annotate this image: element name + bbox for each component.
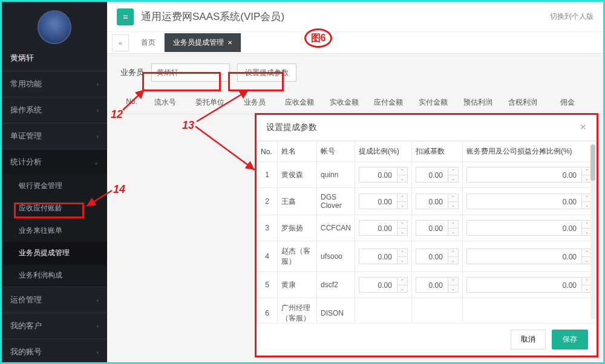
spinner-value[interactable]: 0.00 (466, 167, 581, 183)
spinner-up-icon[interactable]: ⌃ (397, 167, 408, 175)
col-serial: 流水号 (143, 91, 188, 114)
tab-home[interactable]: 首页 (132, 33, 165, 52)
cell-name: 王鑫 (278, 188, 317, 215)
cell-base: 0.00⌃⌄ (411, 272, 462, 298)
spinner-value[interactable]: 0.00 (359, 277, 397, 293)
spinner-up-icon[interactable]: ⌃ (448, 220, 459, 228)
spinner-up-icon[interactable]: ⌃ (448, 249, 459, 256)
submenu-biz-ledger[interactable]: 业务来往账单 (2, 219, 107, 242)
table-row: 1黄俊森quinn0.00⌃⌄0.00⌃⌄0.00⌃⌄ (257, 162, 597, 188)
chevron-left-icon: ‹ (97, 297, 99, 304)
spinner-down-icon[interactable]: ⌄ (448, 285, 459, 293)
avatar-section (2, 2, 107, 49)
cell-account: DISON (317, 298, 355, 323)
number-spinner[interactable]: 0.00⌃⌄ (359, 167, 408, 183)
spinner-value[interactable]: 0.00 (416, 249, 448, 264)
number-spinner[interactable]: 0.00⌃⌄ (359, 277, 408, 293)
number-spinner[interactable]: 0.00⌃⌄ (466, 277, 592, 293)
app-frame: 黄炳轩 常用功能‹ 操作系统‹ 单证管理‹ 统计分析⌄ 银行资金管理 应收应付账… (0, 0, 605, 364)
spinner-up-icon[interactable]: ⌃ (448, 277, 459, 285)
number-spinner[interactable]: 0.00⌃⌄ (466, 220, 592, 236)
spinner-value[interactable]: 0.00 (359, 193, 397, 209)
spinner-down-icon[interactable]: ⌄ (448, 228, 459, 236)
submenu-commission[interactable]: 业务员提成管理 (2, 242, 107, 264)
menu-customers[interactable]: 我的客户‹ (2, 313, 107, 339)
sidebar-toggle-button[interactable]: ≡ (117, 8, 134, 25)
number-spinner[interactable]: 0.00⌃⌄ (359, 193, 408, 209)
col-received: 实收金额 (322, 91, 367, 114)
number-spinner[interactable]: 0.00⌃⌄ (416, 193, 459, 209)
save-button[interactable]: 保存 (552, 330, 588, 349)
spinner-up-icon[interactable]: ⌃ (397, 193, 408, 201)
number-spinner[interactable]: 0.00⌃⌄ (359, 220, 408, 236)
cell-ratio (355, 298, 412, 323)
table-row: 6广州经理（客服）DISON (257, 298, 597, 323)
cell-account: ufsooo (317, 241, 355, 272)
spinner-down-icon[interactable]: ⌄ (397, 228, 408, 236)
spinner-value[interactable]: 0.00 (416, 167, 448, 183)
table-row: 2王鑫DGS Clover0.00⌃⌄0.00⌃⌄0.00⌃⌄ (257, 188, 597, 215)
number-spinner[interactable]: 0.00⌃⌄ (416, 277, 459, 293)
spinner-down-icon[interactable]: ⌄ (448, 175, 459, 183)
spinner-value[interactable]: 0.00 (466, 277, 581, 293)
spinner-down-icon[interactable]: ⌄ (448, 201, 459, 209)
spinner-value[interactable]: 0.00 (359, 249, 397, 264)
spinner-value[interactable]: 0.00 (416, 277, 448, 293)
menu-account[interactable]: 我的账号‹ (2, 339, 107, 364)
tab-prev-button[interactable]: « (112, 34, 129, 51)
spinner-up-icon[interactable]: ⌃ (397, 220, 408, 228)
submenu-profit[interactable]: 业务利润构成 (2, 264, 107, 287)
spinner-value[interactable]: 0.00 (416, 193, 448, 209)
modal-close-button[interactable]: ✕ (580, 122, 587, 133)
spinner-down-icon[interactable]: ⌄ (397, 201, 408, 209)
number-spinner[interactable]: 0.00⌃⌄ (466, 167, 592, 183)
setup-commission-button[interactable]: 设置提成参数 (237, 63, 296, 82)
col-payable: 应付金额 (366, 91, 411, 114)
menu-stats[interactable]: 统计分析⌄ (2, 149, 107, 175)
menu-ops[interactable]: 操作系统‹ (2, 97, 107, 123)
spinner-down-icon[interactable]: ⌄ (397, 256, 408, 264)
number-spinner[interactable]: 0.00⌃⌄ (359, 249, 408, 264)
number-spinner[interactable]: 0.00⌃⌄ (466, 193, 592, 209)
avatar[interactable] (38, 10, 71, 44)
mcol-name: 姓名 (278, 141, 317, 162)
spinner-up-icon[interactable]: ⌃ (448, 193, 459, 201)
spinner-value[interactable]: 0.00 (466, 249, 581, 264)
toolbar: 业务员 黄炳轩 ⌄ 设置提成参数 (107, 54, 603, 91)
spinner-value[interactable]: 0.00 (416, 220, 448, 236)
menu-docs[interactable]: 单证管理‹ (2, 123, 107, 149)
cancel-button[interactable]: 取消 (511, 330, 546, 349)
tab-close-icon[interactable]: ✕ (227, 39, 232, 46)
number-spinner[interactable]: 0.00⌃⌄ (416, 249, 459, 264)
number-spinner[interactable]: 0.00⌃⌄ (466, 249, 592, 264)
submenu-aging[interactable]: 应收应付账龄 (2, 197, 107, 219)
spinner-value[interactable]: 0.00 (359, 167, 397, 183)
switch-personal-link[interactable]: 切换到个人版 (550, 11, 594, 22)
number-spinner[interactable]: 0.00⌃⌄ (416, 167, 459, 183)
tab-commission[interactable]: 业务员提成管理✕ (165, 33, 241, 52)
spinner-down-icon[interactable]: ⌄ (397, 175, 408, 183)
table-row: 5黄康dscf20.00⌃⌄0.00⌃⌄0.00⌃⌄ (257, 272, 597, 298)
menu-common[interactable]: 常用功能‹ (2, 71, 107, 97)
modal-footer: 取消 保存 (257, 323, 597, 356)
spinner-up-icon[interactable]: ⌃ (397, 249, 408, 256)
spinner-down-icon[interactable]: ⌄ (397, 285, 408, 293)
spinner-up-icon[interactable]: ⌃ (397, 277, 408, 285)
spinner-up-icon[interactable]: ⌃ (448, 167, 459, 175)
submenu-bank[interactable]: 银行资金管理 (2, 175, 107, 197)
chevron-down-icon: ⌄ (94, 159, 99, 166)
spinner-value[interactable]: 0.00 (466, 193, 581, 209)
mcol-no: No. (257, 141, 278, 162)
spinner-value[interactable]: 0.00 (466, 220, 581, 236)
salesman-select[interactable]: 黄炳轩 ⌄ (151, 63, 230, 82)
col-client: 委托单位 (188, 91, 232, 114)
modal-scroll-thumb[interactable] (590, 145, 595, 181)
col-receivable: 应收金额 (277, 91, 322, 114)
chevron-left-icon: ‹ (97, 133, 99, 140)
mcol-base: 扣减基数 (411, 141, 462, 162)
col-commission: 佣金 (545, 91, 590, 114)
menu-pricing[interactable]: 运价管理‹ (2, 287, 107, 313)
spinner-value[interactable]: 0.00 (359, 220, 397, 236)
spinner-down-icon[interactable]: ⌄ (448, 256, 459, 264)
number-spinner[interactable]: 0.00⌃⌄ (416, 220, 459, 236)
